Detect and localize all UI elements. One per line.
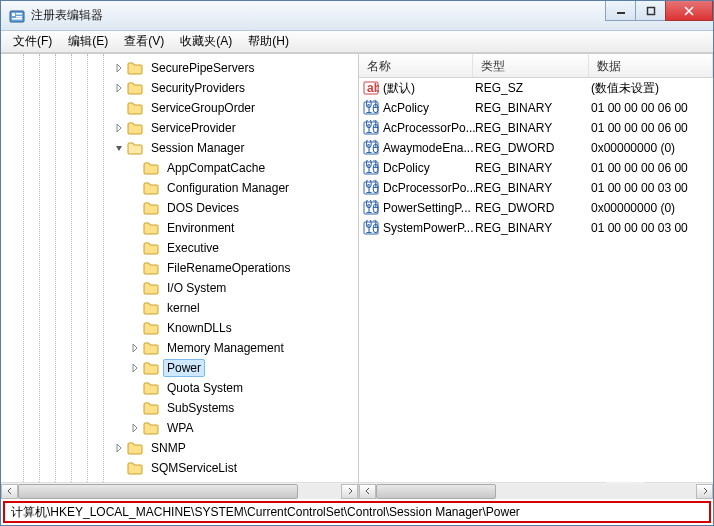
tree-node-label: ServiceGroupOrder xyxy=(147,99,259,117)
value-row[interactable]: 0110 1001AcProcessorPo...REG_BINARY01 00… xyxy=(359,118,713,138)
menu-file[interactable]: 文件(F) xyxy=(7,31,58,52)
expand-toggle[interactable] xyxy=(113,442,125,454)
tree-node-label: KnownDLLs xyxy=(163,319,236,337)
folder-icon xyxy=(143,401,159,415)
value-row[interactable]: 0110 1001AwaymodeEna...REG_DWORD0x000000… xyxy=(359,138,713,158)
list-horizontal-scrollbar[interactable] xyxy=(359,482,713,499)
folder-icon xyxy=(143,361,159,375)
tree-node[interactable]: Power xyxy=(1,358,358,378)
value-row[interactable]: 0110 1001DcProcessorPo...REG_BINARY01 00… xyxy=(359,178,713,198)
folder-icon xyxy=(127,81,143,95)
column-header-data[interactable]: 数据 xyxy=(589,54,713,77)
tree-node-label: Session Manager xyxy=(147,139,248,157)
folder-icon xyxy=(143,381,159,395)
registry-editor-window: 注册表编辑器 文件(F) 编辑(E) 查看(V) 收藏夹(A) 帮助(H) xyxy=(0,0,714,526)
value-name-cell: 0110 1001SystemPowerP... xyxy=(363,220,475,236)
tree-node[interactable]: Quota System xyxy=(1,378,358,398)
folder-icon xyxy=(143,281,159,295)
tree-node[interactable]: SecurePipeServers xyxy=(1,58,358,78)
value-data-cell: 01 00 00 00 03 00 xyxy=(591,181,713,195)
scroll-left-button[interactable] xyxy=(1,484,18,499)
tree-node[interactable]: Session Manager xyxy=(1,138,358,158)
tree-node[interactable]: Configuration Manager xyxy=(1,178,358,198)
scroll-left-button[interactable] xyxy=(359,484,376,499)
tree-node-label: ServiceProvider xyxy=(147,119,240,137)
expand-toggle[interactable] xyxy=(129,342,141,354)
binary-value-icon: 0110 1001 xyxy=(363,120,379,136)
value-data-cell: 01 00 00 00 06 00 xyxy=(591,121,713,135)
title-left: 注册表编辑器 xyxy=(1,7,103,24)
chevron-right-icon xyxy=(114,443,124,453)
maximize-button[interactable] xyxy=(635,1,665,21)
value-row[interactable]: 0110 1001SystemPowerP...REG_BINARY01 00 … xyxy=(359,218,713,238)
tree-node[interactable]: KnownDLLs xyxy=(1,318,358,338)
expand-toggle[interactable] xyxy=(113,122,125,134)
svg-rect-3 xyxy=(16,16,22,18)
tree-node[interactable]: FileRenameOperations xyxy=(1,258,358,278)
folder-icon xyxy=(127,101,143,115)
tree-node-label: SubSystems xyxy=(163,399,238,417)
value-row[interactable]: 0110 1001AcPolicyREG_BINARY01 00 00 00 0… xyxy=(359,98,713,118)
window-title: 注册表编辑器 xyxy=(31,7,103,24)
svg-rect-4 xyxy=(12,18,22,20)
chevron-right-icon xyxy=(130,423,140,433)
tree-node[interactable]: ServiceGroupOrder xyxy=(1,98,358,118)
tree-node[interactable]: SubSystems xyxy=(1,398,358,418)
tree-pane: SecurePipeServers SecurityProviders Serv… xyxy=(1,54,359,499)
expand-toggle[interactable] xyxy=(129,362,141,374)
chevron-right-icon xyxy=(130,343,140,353)
svg-text:1001: 1001 xyxy=(366,102,380,116)
binary-value-icon: 0110 1001 xyxy=(363,140,379,156)
value-row[interactable]: ab(默认)REG_SZ(数值未设置) xyxy=(359,78,713,98)
tree-node[interactable]: kernel xyxy=(1,298,358,318)
value-row[interactable]: 0110 1001PowerSettingP...REG_DWORD0x0000… xyxy=(359,198,713,218)
tree-horizontal-scrollbar[interactable] xyxy=(1,482,358,499)
menu-edit[interactable]: 编辑(E) xyxy=(62,31,114,52)
tree-node[interactable]: Environment xyxy=(1,218,358,238)
svg-text:1001: 1001 xyxy=(366,142,380,156)
scroll-right-button[interactable] xyxy=(696,484,713,499)
tree-scroll[interactable]: SecurePipeServers SecurityProviders Serv… xyxy=(1,54,358,482)
menu-help[interactable]: 帮助(H) xyxy=(242,31,295,52)
tree-node[interactable]: ServiceProvider xyxy=(1,118,358,138)
titlebar[interactable]: 注册表编辑器 xyxy=(1,1,713,31)
menu-favorites[interactable]: 收藏夹(A) xyxy=(174,31,238,52)
tree-node[interactable]: Executive xyxy=(1,238,358,258)
close-button[interactable] xyxy=(665,1,713,21)
expand-toggle[interactable] xyxy=(129,422,141,434)
folder-icon xyxy=(127,141,143,155)
value-type-cell: REG_DWORD xyxy=(475,201,591,215)
chevron-right-icon xyxy=(114,123,124,133)
expand-toggle[interactable] xyxy=(113,82,125,94)
tree-node[interactable]: I/O System xyxy=(1,278,358,298)
tree-node[interactable]: WPA xyxy=(1,418,358,438)
scroll-track[interactable] xyxy=(18,484,341,499)
column-header-name[interactable]: 名称 xyxy=(359,54,473,77)
tree-node[interactable]: Srp xyxy=(1,478,358,482)
tree-node[interactable]: SQMServiceList xyxy=(1,458,358,478)
menu-view[interactable]: 查看(V) xyxy=(118,31,170,52)
list-body[interactable]: ab(默认)REG_SZ(数值未设置) 0110 1001AcPolicyREG… xyxy=(359,78,713,482)
scroll-right-button[interactable] xyxy=(341,484,358,499)
svg-text:1001: 1001 xyxy=(366,202,380,216)
svg-rect-2 xyxy=(16,13,22,15)
tree-node-label: Configuration Manager xyxy=(163,179,293,197)
binary-value-icon: 0110 1001 xyxy=(363,180,379,196)
statusbar: 计算机\HKEY_LOCAL_MACHINE\SYSTEM\CurrentCon… xyxy=(3,501,711,523)
tree-node[interactable]: AppCompatCache xyxy=(1,158,358,178)
expand-toggle[interactable] xyxy=(113,62,125,74)
scroll-track[interactable] xyxy=(376,484,696,499)
minimize-button[interactable] xyxy=(605,1,635,21)
tree-node[interactable]: SNMP xyxy=(1,438,358,458)
scroll-thumb[interactable] xyxy=(376,484,496,499)
string-value-icon: ab xyxy=(363,80,379,96)
scroll-thumb[interactable] xyxy=(18,484,298,499)
chevron-right-icon xyxy=(346,487,354,495)
value-row[interactable]: 0110 1001DcPolicyREG_BINARY01 00 00 00 0… xyxy=(359,158,713,178)
tree-node[interactable]: Memory Management xyxy=(1,338,358,358)
value-name-cell: 0110 1001PowerSettingP... xyxy=(363,200,475,216)
tree-node[interactable]: SecurityProviders xyxy=(1,78,358,98)
collapse-toggle[interactable] xyxy=(113,142,125,154)
column-header-type[interactable]: 类型 xyxy=(473,54,589,77)
tree-node[interactable]: DOS Devices xyxy=(1,198,358,218)
